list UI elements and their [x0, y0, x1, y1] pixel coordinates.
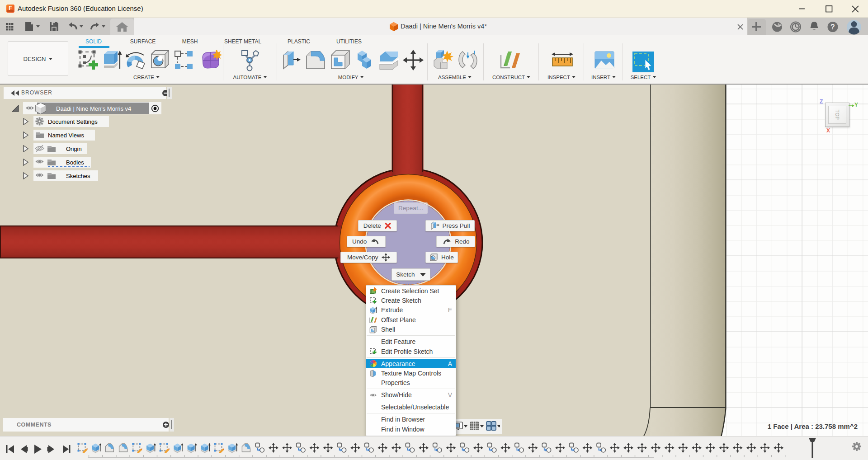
svg-text:?: ?	[830, 23, 835, 31]
